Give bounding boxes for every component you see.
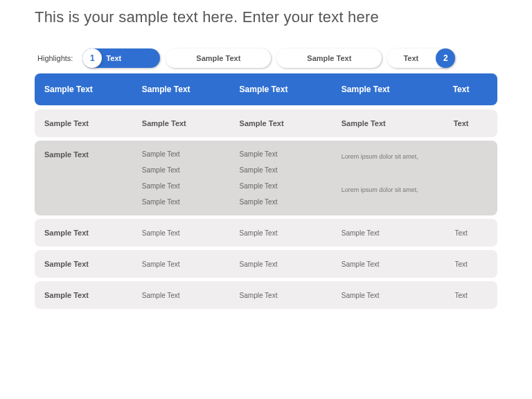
- pill-1-text: Text: [106, 54, 121, 62]
- cell: Text: [434, 260, 488, 268]
- table-row: Sample Text Sample Text Sample Text Samp…: [35, 250, 497, 278]
- cell-stack: Sample Text Sample Text Sample Text Samp…: [240, 150, 342, 206]
- table-header: Sample Text Sample Text Sample Text Samp…: [35, 73, 497, 105]
- cell: Sample Text: [240, 292, 342, 299]
- pill-4: Text 2: [387, 48, 454, 68]
- pill-1: 1 Text: [82, 48, 160, 68]
- highlights-row: Highlights: 1 Text Sample Text Sample Te…: [35, 48, 497, 68]
- cell: Sample Text: [44, 260, 142, 268]
- pill-3: Sample Text: [276, 48, 382, 68]
- cell: Sample Text: [44, 119, 142, 127]
- cell: Text: [434, 229, 488, 237]
- cell-line: Lorem ipsum dolor sit amet,: [342, 153, 434, 161]
- cell-line: Sample Text: [240, 150, 342, 158]
- pill-4-text: Text: [403, 54, 418, 62]
- cell-stack: Sample Text Sample Text Sample Text Samp…: [142, 150, 240, 206]
- table-row: Sample Text Sample Text Sample Text Samp…: [35, 281, 497, 309]
- cell: Sample Text: [240, 260, 342, 268]
- cell-line: Sample Text: [142, 166, 240, 174]
- cell: Text: [434, 292, 488, 299]
- cell: Sample Text: [44, 150, 142, 159]
- highlights-label: Highlights:: [37, 54, 73, 62]
- cell-line: Sample Text: [142, 198, 240, 206]
- cell: Sample Text: [342, 229, 434, 237]
- slide-container: This is your sample text here. Enter you…: [0, 0, 532, 325]
- cell: Sample Text: [142, 229, 240, 237]
- header-col-1: Sample Text: [44, 85, 142, 94]
- slide-title: This is your sample text here. Enter you…: [35, 8, 497, 26]
- cell: Sample Text: [142, 119, 240, 127]
- cell: Sample Text: [44, 291, 142, 299]
- pill-4-badge: 2: [436, 48, 455, 68]
- pill-1-badge: 1: [82, 48, 102, 68]
- cell-line: Sample Text: [240, 182, 342, 190]
- header-col-5: Text: [434, 85, 488, 94]
- header-col-2: Sample Text: [142, 85, 240, 94]
- cell-line: Sample Text: [142, 182, 240, 190]
- cell: Sample Text: [342, 292, 434, 299]
- cell-line: Sample Text: [240, 198, 342, 206]
- cell: Sample Text: [342, 260, 434, 268]
- table-row-expanded: Sample Text Sample Text Sample Text Samp…: [35, 141, 497, 215]
- table-row: Sample Text Sample Text Sample Text Samp…: [35, 109, 497, 137]
- cell-line: Sample Text: [142, 150, 240, 158]
- cell: Sample Text: [142, 292, 240, 299]
- header-col-4: Sample Text: [342, 85, 434, 94]
- cell: Sample Text: [142, 260, 240, 268]
- cell-line: Lorem ipsum dolor sit amet,: [342, 186, 434, 195]
- cell: Text: [434, 119, 488, 127]
- cell: Sample Text: [342, 119, 434, 127]
- cell: Sample Text: [240, 119, 342, 127]
- cell: Sample Text: [240, 229, 342, 237]
- table-row: Sample Text Sample Text Sample Text Samp…: [35, 219, 497, 247]
- cell: Sample Text: [44, 229, 142, 237]
- pill-3-text: Sample Text: [307, 54, 351, 62]
- header-col-3: Sample Text: [240, 85, 342, 94]
- pill-2: Sample Text: [166, 48, 271, 68]
- cell-line: Sample Text: [240, 166, 342, 174]
- cell-lorem: Lorem ipsum dolor sit amet, Lorem ipsum …: [342, 150, 434, 194]
- pill-2-text: Sample Text: [196, 54, 240, 62]
